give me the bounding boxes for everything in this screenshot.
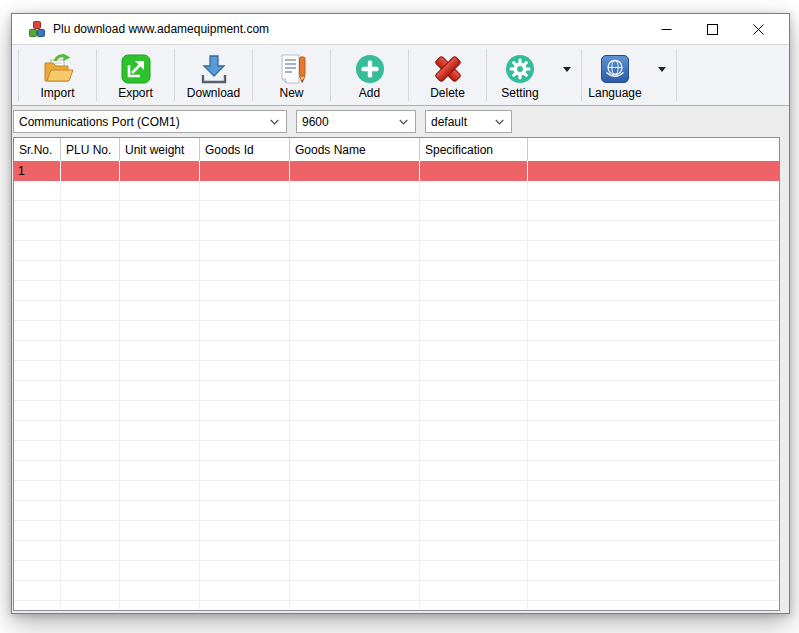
table-cell (120, 401, 200, 420)
table-empty-row[interactable] (14, 421, 779, 441)
column-header-goods-id[interactable]: Goods Id (200, 138, 290, 161)
table-cell (120, 361, 200, 380)
baud-rate-select[interactable]: 9600 (296, 110, 416, 133)
minimize-button[interactable] (643, 14, 689, 44)
table-cell[interactable] (120, 161, 200, 181)
table-empty-row[interactable] (14, 461, 779, 481)
table-cell (120, 261, 200, 280)
app-window: Plu download www.adamequipment.com (11, 13, 790, 614)
table-cell (290, 401, 420, 420)
table-cell (120, 561, 200, 580)
window-controls (643, 14, 781, 44)
export-button[interactable]: Export (97, 45, 174, 105)
add-button[interactable]: Add (331, 45, 408, 105)
table-empty-row[interactable] (14, 221, 779, 241)
close-button[interactable] (735, 14, 781, 44)
table-cell (200, 441, 290, 460)
profile-select[interactable]: default (425, 110, 512, 133)
table-cell (120, 241, 200, 260)
table-cell (420, 381, 528, 400)
column-header-unit-weight[interactable]: Unit weight (120, 138, 200, 161)
table-body: 1 (14, 161, 779, 611)
table-cell (120, 381, 200, 400)
table-cell (200, 341, 290, 360)
setting-button[interactable]: Setting (487, 45, 553, 105)
table-cell[interactable]: 1 (14, 161, 61, 181)
table-empty-row[interactable] (14, 301, 779, 321)
table-cell (200, 521, 290, 540)
table-cell[interactable] (200, 161, 290, 181)
table-cell (420, 201, 528, 220)
table-empty-row[interactable] (14, 481, 779, 501)
table-cell (120, 581, 200, 600)
table-empty-row[interactable] (14, 281, 779, 301)
maximize-button[interactable] (689, 14, 735, 44)
com-port-select[interactable]: Communications Port (COM1) (13, 110, 287, 133)
table-cell[interactable] (61, 161, 120, 181)
table-cell (420, 241, 528, 260)
table-empty-row[interactable] (14, 241, 779, 261)
table-empty-row[interactable] (14, 541, 779, 561)
table-cell (200, 381, 290, 400)
column-header-plu-no-[interactable]: PLU No. (61, 138, 120, 161)
table-empty-row[interactable] (14, 581, 779, 601)
table-cell[interactable] (420, 161, 528, 181)
table-cell (61, 361, 120, 380)
table-empty-row[interactable] (14, 341, 779, 361)
table-cell (14, 601, 61, 611)
language-globe-icon (599, 53, 631, 85)
table-empty-row[interactable] (14, 441, 779, 461)
table-cell (420, 561, 528, 580)
setting-gear-icon (504, 53, 536, 85)
table-cell (14, 501, 61, 520)
column-header-goods-name[interactable]: Goods Name (290, 138, 420, 161)
table-cell (200, 361, 290, 380)
table-cell (290, 381, 420, 400)
import-button[interactable]: Import (19, 45, 96, 105)
table-empty-row[interactable] (14, 201, 779, 221)
table-row[interactable]: 1 (14, 161, 779, 181)
column-header-sr-no-[interactable]: Sr.No. (14, 138, 61, 161)
table-empty-row[interactable] (14, 401, 779, 421)
app-icon (29, 21, 45, 37)
download-button[interactable]: Download (175, 45, 252, 105)
table-empty-row[interactable] (14, 561, 779, 581)
table-cell (120, 281, 200, 300)
table-cell (61, 421, 120, 440)
table-cell (200, 561, 290, 580)
table-empty-row[interactable] (14, 261, 779, 281)
table-cell (14, 221, 61, 240)
table-empty-row[interactable] (14, 361, 779, 381)
table-cell (61, 321, 120, 340)
table-cell (290, 241, 420, 260)
table-empty-row[interactable] (14, 601, 779, 611)
delete-button[interactable]: Delete (409, 45, 486, 105)
table-header: Sr.No.PLU No.Unit weightGoods IdGoods Na… (14, 138, 779, 161)
language-button[interactable]: Language (582, 45, 648, 105)
add-plus-icon (354, 53, 386, 85)
new-button[interactable]: New (253, 45, 330, 105)
table-cell (120, 321, 200, 340)
window-title: Plu download www.adamequipment.com (53, 22, 269, 36)
table-empty-row[interactable] (14, 501, 779, 521)
table-cell (61, 381, 120, 400)
table-empty-row[interactable] (14, 181, 779, 201)
delete-x-icon (432, 53, 464, 85)
table-cell (61, 581, 120, 600)
table-empty-row[interactable] (14, 381, 779, 401)
language-dropdown-button[interactable] (648, 45, 676, 105)
minimize-icon (661, 24, 672, 35)
table-cell (420, 461, 528, 480)
table-cell (290, 301, 420, 320)
column-header-specification[interactable]: Specification (420, 138, 528, 161)
table-cell (290, 281, 420, 300)
table-cell (200, 201, 290, 220)
table-cell (120, 221, 200, 240)
chevron-down-icon (563, 67, 571, 72)
table-cell (290, 561, 420, 580)
table-cell (14, 261, 61, 280)
table-cell[interactable] (290, 161, 420, 181)
table-empty-row[interactable] (14, 321, 779, 341)
setting-dropdown-button[interactable] (553, 45, 581, 105)
table-empty-row[interactable] (14, 521, 779, 541)
